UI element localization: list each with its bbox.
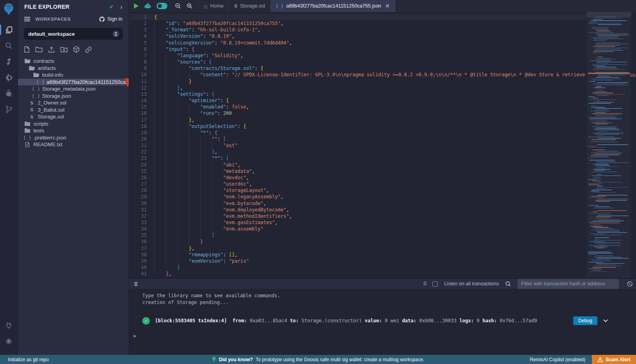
tree-item[interactable]: README.txt <box>18 141 129 148</box>
sidebar-item-debugger[interactable] <box>0 85 18 101</box>
transaction-log-row[interactable]: ✓ [block:5583405 txIndex:4] from: 0xa03.… <box>129 316 636 325</box>
code-line[interactable]: 33"evm.gasEstimates", <box>129 219 587 226</box>
code-line[interactable]: 36} <box>129 238 587 245</box>
code-line[interactable]: 15"enabled": false, <box>129 104 587 110</box>
code-line[interactable]: 3"_format": "hh-sol-build-info-1", <box>129 27 587 33</box>
init-git-repo-button[interactable]: Initialize as git repo <box>0 357 49 362</box>
code-line[interactable]: 8"sources": { <box>129 59 587 65</box>
tab-home[interactable]: ⌂ Home <box>199 0 229 12</box>
import-link-icon[interactable] <box>85 46 92 53</box>
code-line[interactable]: 23"*": [ <box>129 155 587 161</box>
tree-item[interactable]: scripts <box>18 120 129 128</box>
sidebar-item-git[interactable] <box>0 101 18 117</box>
zoom-in-icon[interactable] <box>186 3 193 9</box>
tree-item[interactable]: { }Storage.json <box>18 93 129 100</box>
terminal-body[interactable]: Type the library name to see available c… <box>129 289 636 355</box>
tree-item[interactable]: tests <box>18 127 129 134</box>
close-tab-icon[interactable]: ✕ <box>385 3 390 9</box>
tab-storage-sol[interactable]: S Storage.sol <box>229 0 271 12</box>
code-line[interactable]: 20"": [ <box>129 136 587 142</box>
code-line[interactable]: 11} <box>129 78 587 85</box>
editor-minimap[interactable] <box>587 12 631 278</box>
terminal-collapse-icon[interactable] <box>133 281 139 287</box>
code-line[interactable]: 29"evm.legacyAssembly", <box>129 194 587 200</box>
code-line[interactable]: 34"evm.assembly" <box>129 226 587 232</box>
upload-files-icon[interactable] <box>48 46 55 53</box>
tree-item[interactable]: artifacts <box>18 65 129 72</box>
code-line[interactable]: 7"language": "Solidity", <box>129 52 587 59</box>
code-line[interactable]: 12}, <box>129 85 587 91</box>
create-new-folder-icon[interactable] <box>35 46 43 52</box>
code-line[interactable]: 35] <box>129 232 587 238</box>
code-line[interactable]: 38"remappings": [], <box>129 252 587 258</box>
sign-in-button[interactable]: Sign in <box>99 16 122 22</box>
tree-item[interactable]: contracts <box>18 58 129 65</box>
sidebar-item-search[interactable] <box>0 38 18 54</box>
code-line[interactable]: 6"input": { <box>129 46 587 52</box>
code-line[interactable]: 32"evm.methodIdentifiers", <box>129 213 587 219</box>
tree-item-label: Storage_metadata.json <box>42 86 95 92</box>
run-script-button[interactable] <box>134 3 139 9</box>
code-editor[interactable]: 1{2"id": "a69b43f277ba20fcac141151250ca7… <box>129 12 636 278</box>
import-ipfs-cube-icon[interactable] <box>73 46 80 53</box>
tab-build-info-json[interactable]: { } a69b43f277ba20fcac141151250ca755.jso… <box>271 0 396 12</box>
expand-transaction-icon[interactable] <box>603 319 608 323</box>
code-line[interactable]: 18"outputSelection": { <box>129 123 587 130</box>
debug-button[interactable]: Debug <box>573 316 597 325</box>
code-line[interactable]: 5"solcLongVersion": "0.8.19+commit.7dd6d… <box>129 40 587 46</box>
code-line[interactable]: 9"contracts/Storage.sol": { <box>129 65 587 72</box>
remix-logo-icon[interactable] <box>2 3 15 16</box>
code-line[interactable]: 1{ <box>129 14 587 20</box>
code-line[interactable]: 30"evm.bytecode", <box>129 200 587 207</box>
code-line[interactable]: 37}, <box>129 245 587 252</box>
hamburger-menu-icon[interactable] <box>24 17 30 21</box>
terminal-search-icon[interactable] <box>505 281 511 287</box>
code-line[interactable]: 4"solcVersion": "0.8.19", <box>129 33 587 39</box>
scam-alert-badge[interactable]: Scam Alert <box>592 355 636 364</box>
sidebar-item-deploy-and-run[interactable] <box>0 70 18 85</box>
clear-console-icon[interactable] <box>627 281 633 287</box>
code-line[interactable]: 21"ast" <box>129 142 587 149</box>
sign-in-label: Sign in <box>107 16 122 22</box>
tree-item[interactable]: SStorage.sol <box>18 113 129 120</box>
copilot-status[interactable]: RemixAI Copilot (enabled) <box>530 357 586 362</box>
code-line[interactable]: 17}, <box>129 117 587 123</box>
upload-folder-icon[interactable] <box>60 46 68 52</box>
code-line[interactable]: 13"settings": { <box>129 91 587 97</box>
create-new-file-icon[interactable] <box>24 46 30 53</box>
chevron-right-icon[interactable]: › <box>120 4 122 10</box>
code-line[interactable]: 19"*": { <box>129 130 587 136</box>
code-line[interactable]: 41}, <box>129 271 587 277</box>
tree-item[interactable]: build-info <box>18 72 129 79</box>
code-line[interactable]: 31"evm.deployedBytecode", <box>129 207 587 213</box>
code-line[interactable]: 24"abi", <box>129 162 587 168</box>
sidebar-item-plugin-manager[interactable] <box>0 318 18 333</box>
tree-item[interactable]: S2_Owner.sol <box>18 99 129 106</box>
code-line[interactable]: 26"devdoc", <box>129 174 587 181</box>
workspace-select[interactable]: default_workspace <box>24 28 123 40</box>
tree-item[interactable]: { }.prettierrc.json <box>18 134 129 141</box>
tree-item[interactable]: { }Storage_metadata.json <box>18 85 129 93</box>
zoom-out-icon[interactable] <box>175 3 181 9</box>
code-line[interactable]: 28"storageLayout", <box>129 187 587 194</box>
tree-item[interactable]: { }a69b43f277ba20fcac141151250ca7... <box>18 79 129 86</box>
code-line[interactable]: 10"content": "// SPDX-License-Identifier… <box>129 72 587 78</box>
code-line[interactable]: 40} <box>129 264 587 271</box>
sidebar-item-settings[interactable] <box>0 333 18 349</box>
terminal-prompt[interactable]: > <box>129 333 636 339</box>
copilot-toggle[interactable] <box>157 3 167 9</box>
code-line[interactable]: 2"id": "a69b43f277ba20fcac141151250ca755… <box>129 20 587 27</box>
code-line[interactable]: 22], <box>129 149 587 155</box>
code-line[interactable]: 14"optimizer": { <box>129 97 587 104</box>
tree-item[interactable]: S3_Ballot.sol <box>18 106 129 114</box>
sidebar-item-solidity-compiler[interactable] <box>0 54 18 70</box>
accept-check-icon[interactable]: ✓ <box>109 4 114 10</box>
code-line[interactable]: 25"metadata", <box>129 168 587 174</box>
listen-transactions-checkbox[interactable] <box>432 281 438 287</box>
code-line[interactable]: 16"runs": 200 <box>129 110 587 116</box>
remixai-robot-icon[interactable] <box>144 2 151 10</box>
sidebar-item-file-explorer[interactable] <box>0 22 18 38</box>
code-line[interactable]: 27"userdoc", <box>129 181 587 187</box>
code-line[interactable]: 39"evmVersion": "paris" <box>129 258 587 264</box>
transaction-filter-input[interactable] <box>518 279 619 289</box>
